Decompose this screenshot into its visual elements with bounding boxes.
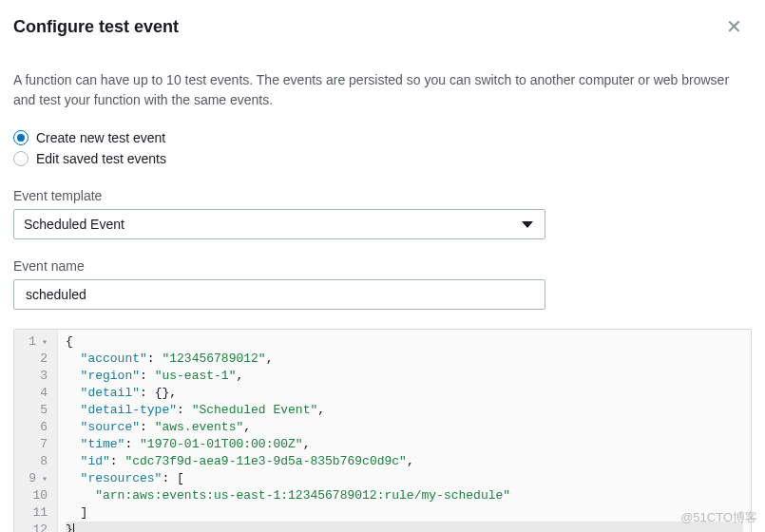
radio-label: Create new test event (36, 130, 165, 145)
dialog-title: Configure test event (13, 17, 179, 37)
line-number: 8 (20, 453, 48, 470)
radio-edit-saved-test-events[interactable]: Edit saved test events (13, 148, 752, 169)
event-template-label: Event template (13, 188, 752, 203)
code-line[interactable]: "time": "1970-01-01T00:00:00Z", (66, 436, 743, 453)
code-line[interactable]: "region": "us-east-1", (66, 368, 743, 385)
radio-icon (13, 130, 29, 145)
dialog-description: A function can have up to 10 test events… (13, 70, 752, 110)
line-number: 10 (20, 487, 48, 504)
event-json-editor[interactable]: 1 ▾23456789 ▾101112 { "account": "123456… (13, 329, 752, 532)
line-number: 7 (20, 436, 48, 453)
line-number: 2 (20, 351, 48, 368)
line-number: 4 (20, 385, 48, 402)
line-number: 1 ▾ (20, 333, 48, 351)
event-template-select[interactable]: Scheduled Event (13, 209, 545, 239)
code-line[interactable]: "detail-type": "Scheduled Event", (66, 402, 743, 419)
close-icon[interactable]: ✕ (722, 13, 746, 40)
code-line[interactable]: "account": "123456789012", (66, 351, 743, 368)
event-name-label: Event name (13, 258, 752, 274)
test-event-mode-radio-group: Create new test event Edit saved test ev… (13, 127, 752, 169)
line-number: 11 (20, 504, 48, 522)
line-number: 3 (20, 368, 48, 385)
code-line[interactable]: } (66, 522, 743, 532)
code-line[interactable]: "arn:aws:events:us-east-1:123456789012:r… (66, 487, 743, 504)
line-number: 6 (20, 419, 48, 436)
watermark: @51CTO博客 (680, 509, 757, 526)
code-line[interactable]: { (66, 333, 743, 351)
event-name-input[interactable] (24, 286, 535, 303)
code-line[interactable]: "id": "cdc73f9d-aea9-11e3-9d5a-835b769c0… (66, 453, 743, 470)
code-line[interactable]: ] (66, 504, 743, 522)
line-number: 12 (20, 522, 48, 532)
code-line[interactable]: "source": "aws.events", (66, 419, 743, 436)
radio-create-new-test-event[interactable]: Create new test event (13, 127, 752, 148)
line-number: 5 (20, 402, 48, 419)
caret-down-icon (522, 221, 533, 228)
code-line[interactable]: "detail": {}, (66, 385, 743, 402)
radio-icon (13, 151, 29, 166)
line-number: 9 ▾ (20, 470, 48, 487)
code-line[interactable]: "resources": [ (66, 470, 743, 487)
select-value: Scheduled Event (24, 217, 124, 232)
radio-label: Edit saved test events (36, 151, 166, 166)
